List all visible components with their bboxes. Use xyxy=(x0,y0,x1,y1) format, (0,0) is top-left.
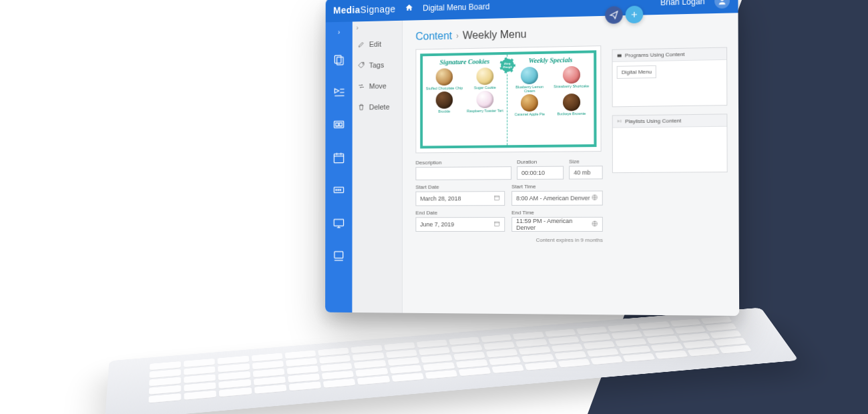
app-body: › xyxy=(325,13,739,316)
menu-item: Buckeye Brownie xyxy=(552,93,591,116)
brand-logo-prefix: Media xyxy=(333,5,360,16)
chevron-right-icon: › xyxy=(456,31,459,41)
svg-marker-31 xyxy=(618,120,619,122)
rail-item-playlists[interactable] xyxy=(325,81,352,104)
content-preview[interactable]: Dirty Dough Signature Cookies Stuffed Ch… xyxy=(415,45,601,153)
svg-point-16 xyxy=(338,190,339,191)
expire-note: Content expires in 9 months xyxy=(415,237,603,243)
menu-item: Strawberry Shortcake xyxy=(552,66,591,93)
end-date-input[interactable]: June 7, 2019 xyxy=(415,217,505,232)
field-description: Description xyxy=(415,159,511,180)
floating-action-badges xyxy=(605,5,643,23)
size-label: Size xyxy=(569,158,603,164)
size-value: 40 mb xyxy=(569,166,603,179)
user-name[interactable]: Brian Logan xyxy=(660,0,705,7)
app-window: MediaSignage Digital Menu Board Brian Lo… xyxy=(325,0,739,316)
svg-point-0 xyxy=(720,0,724,1)
main-area: Content › Weekly Menu Dirty Dough Signat… xyxy=(403,13,739,316)
context-subnav: › Edit Tags Move Delete xyxy=(352,21,403,313)
end-time-label: End Time xyxy=(511,210,603,216)
subnav-item-delete[interactable]: Delete xyxy=(353,96,402,118)
svg-point-15 xyxy=(336,190,337,191)
description-label: Description xyxy=(415,159,511,166)
svg-point-23 xyxy=(363,63,363,64)
svg-rect-27 xyxy=(495,222,499,226)
start-time-input[interactable]: 8:00 AM - American Denver xyxy=(511,190,603,206)
rail-item-screens[interactable] xyxy=(325,114,352,136)
subnav-item-edit[interactable]: Edit xyxy=(353,33,402,55)
rail-item-schedule[interactable] xyxy=(325,146,352,169)
duration-input[interactable]: 00:00:10 xyxy=(517,166,564,180)
rail-item-content[interactable] xyxy=(326,49,353,71)
end-time-input[interactable]: 11:59 PM - American Denver xyxy=(511,217,603,232)
field-end-time: End Time 11:59 PM - American Denver xyxy=(511,210,603,232)
menu-left-column: Signature Cookies Stuffed Chocolate Chip… xyxy=(423,55,507,146)
menu-board-graphic: Dirty Dough Signature Cookies Stuffed Ch… xyxy=(420,50,596,148)
breadcrumb: Content › Weekly Menu xyxy=(415,27,602,43)
right-column: Programs Using Content Digital Menu Play… xyxy=(612,47,728,308)
laptop-mockup: MediaSignage Digital Menu Board Brian Lo… xyxy=(114,0,754,414)
svg-marker-3 xyxy=(335,89,339,93)
home-icon[interactable] xyxy=(405,3,414,14)
svg-rect-10 xyxy=(334,154,343,163)
menu-item: Blueberry Lemon Cream xyxy=(510,67,549,93)
menu-item: Stuffed Chocolate Chip xyxy=(425,68,463,91)
svg-rect-9 xyxy=(339,123,342,126)
globe-icon xyxy=(592,194,598,202)
rail-item-players[interactable] xyxy=(325,180,352,202)
subnav-collapse-toggle[interactable]: › xyxy=(353,21,402,34)
svg-rect-21 xyxy=(335,252,343,258)
svg-rect-18 xyxy=(334,220,343,226)
subnav-label: Edit xyxy=(369,40,381,48)
icon-rail: › xyxy=(325,21,353,312)
main-left-column: Content › Weekly Menu Dirty Dough Signat… xyxy=(415,27,603,306)
menu-item: Sugar Cookie xyxy=(466,67,504,90)
menu-left-heading: Signature Cookies xyxy=(425,57,504,66)
globe-icon xyxy=(592,220,598,228)
avatar[interactable] xyxy=(714,0,730,9)
calendar-icon xyxy=(493,194,500,202)
playlists-panel-header: Playlists Using Content xyxy=(613,114,727,128)
brand-logo-suffix: Signage xyxy=(361,3,396,15)
svg-point-17 xyxy=(340,190,341,191)
start-date-input[interactable]: March 28, 2018 xyxy=(415,191,505,206)
menu-item: Caramel Apple Pie xyxy=(510,94,549,117)
field-end-date: End Date June 7, 2019 xyxy=(415,210,505,232)
laptop-keyboard xyxy=(149,317,752,403)
end-date-label: End Date xyxy=(415,210,505,216)
menu-item: Raspberry Toaster Tart xyxy=(466,91,504,114)
menu-right-column: Weekly Specials Blueberry Lemon Cream St… xyxy=(507,53,594,145)
brand-logo: MediaSignage xyxy=(333,3,395,15)
menu-right-heading: Weekly Specials xyxy=(510,55,591,64)
start-time-label: Start Time xyxy=(511,183,603,190)
subnav-label: Tags xyxy=(369,61,384,69)
subnav-item-move[interactable]: Move xyxy=(353,75,402,97)
subnav-item-tags[interactable]: Tags xyxy=(353,54,402,76)
programs-panel: Programs Using Content Digital Menu xyxy=(612,47,728,108)
program-chip[interactable]: Digital Menu xyxy=(617,65,657,79)
subnav-label: Move xyxy=(369,82,387,90)
svg-rect-24 xyxy=(495,196,499,200)
send-button[interactable] xyxy=(605,6,622,24)
svg-rect-8 xyxy=(336,123,339,126)
breadcrumb-root[interactable]: Content xyxy=(415,30,452,43)
rail-item-devices[interactable] xyxy=(325,245,352,267)
svg-rect-2 xyxy=(337,57,343,65)
field-start-date: Start Date March 28, 2018 xyxy=(415,184,505,206)
add-button[interactable] xyxy=(626,5,644,23)
playlists-panel: Playlists Using Content xyxy=(612,114,728,173)
rail-collapse-toggle[interactable]: › xyxy=(334,26,344,39)
subnav-label: Delete xyxy=(369,103,390,111)
laptop-base xyxy=(105,308,799,414)
field-size: Size 40 mb xyxy=(569,158,603,180)
start-date-label: Start Date xyxy=(415,184,505,190)
description-input[interactable] xyxy=(415,166,511,180)
breadcrumb-leaf: Weekly Menu xyxy=(463,28,527,41)
field-duration: Duration 00:00:10 xyxy=(517,159,564,180)
duration-label: Duration xyxy=(517,159,564,166)
rail-item-displays[interactable] xyxy=(325,212,352,234)
calendar-icon xyxy=(493,220,500,228)
page-title: Digital Menu Board xyxy=(423,2,489,13)
laptop-screen: MediaSignage Digital Menu Board Brian Lo… xyxy=(325,0,739,316)
menu-item: Brockle xyxy=(425,91,463,114)
